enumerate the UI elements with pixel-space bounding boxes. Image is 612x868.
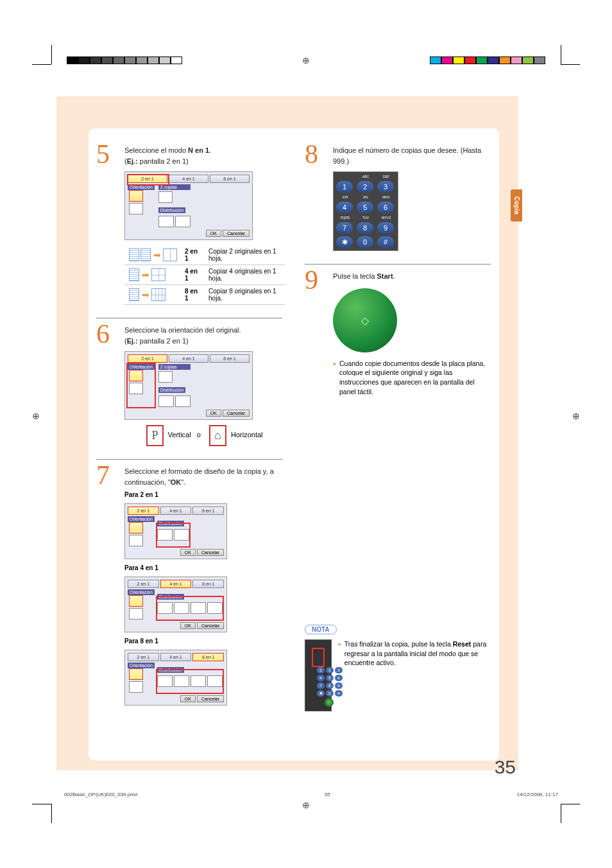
mode-button-4en1[interactable]: 4 en 1 (169, 354, 208, 363)
text-bold: OK (171, 478, 182, 486)
keypad-key[interactable]: 2 (357, 181, 373, 193)
keypad-key[interactable]: ✱ (336, 236, 353, 248)
keypad-key[interactable]: 7 (336, 222, 353, 234)
step-7: 7 Seleccione el formato de diseño de la … (96, 466, 282, 706)
keypad-key[interactable]: 6 (377, 202, 394, 213)
text-bold: Reset (453, 640, 472, 648)
cancel-button[interactable]: Cancelar (197, 695, 224, 702)
orientation-legend: P Vertical o ⌂ Horizontal (124, 425, 282, 446)
orientation-portrait-button[interactable] (129, 595, 143, 607)
distribution-button[interactable] (175, 216, 191, 227)
text: . (393, 272, 395, 280)
sub-heading: Para 8 en 1 (124, 638, 282, 645)
orientation-portrait-button[interactable] (129, 522, 143, 534)
orientation-portrait-button[interactable] (129, 668, 143, 680)
table-row: ➡ 8 en 1 Copiar 8 originales en 1 hoja. (124, 285, 285, 305)
highlight-box (156, 596, 224, 621)
section-tab: Copia (511, 189, 522, 221)
keypad-key[interactable]: 5 (357, 202, 373, 213)
text: Horizontal (231, 431, 263, 438)
text-bold: Start (377, 272, 393, 280)
mode-button-4en1[interactable]: 4 en 1 (160, 653, 192, 661)
mode-button-4en1[interactable]: 4 en 1 (160, 507, 192, 515)
ok-button[interactable]: OK (206, 410, 221, 417)
sub-heading: Para 2 en 1 (124, 491, 282, 498)
mode-button-8en1[interactable]: 8 en 1 (192, 580, 224, 588)
arrow-right-icon: ➡ (142, 270, 149, 280)
text-bold: Ej.: (127, 337, 138, 345)
copies-button[interactable] (158, 371, 173, 383)
text-bold: Ej.: (127, 157, 138, 165)
step-number: 8 (305, 139, 318, 169)
divider (96, 459, 282, 460)
touchscreen-screenshot: 2 en 1 4 en 1 8 en 1 Orientación 2 copia… (124, 351, 253, 420)
highlight-box (127, 174, 169, 186)
cancel-button[interactable]: Cancelar (223, 230, 250, 237)
text: o (197, 431, 201, 438)
distribution-label: Distribución (158, 387, 186, 393)
orientation-label: Orientación (128, 663, 155, 668)
orientation-portrait-button[interactable] (129, 190, 143, 202)
touchscreen-screenshot: 2 en 1 4 en 1 8 en 1 Orientación Distrib… (124, 650, 227, 706)
keypad-key[interactable]: # (377, 236, 394, 248)
ok-button[interactable]: OK (206, 230, 221, 237)
ok-button[interactable]: OK (180, 549, 196, 556)
mode-button-8en1[interactable]: 8 en 1 (210, 175, 250, 183)
mode-button-2en1[interactable]: 2 en 1 (128, 653, 159, 661)
orientation-landscape-button[interactable] (129, 535, 143, 546)
keypad-key[interactable]: 3 (377, 181, 394, 193)
mode-button-2en1[interactable]: 2 en 1 (128, 507, 159, 515)
divider (305, 264, 491, 265)
text: Tras finalizar la copia, pulse la tecla (344, 640, 453, 648)
step-text: Seleccione el modo N en 1. (Ej.: pantall… (124, 145, 282, 166)
mode-button-4en1[interactable]: 4 en 1 (169, 175, 208, 183)
mode-button-8en1[interactable]: 8 en 1 (210, 354, 250, 363)
mode-desc: Copiar 2 originales en 1 hoja. (205, 245, 285, 265)
mode-button-8en1[interactable]: 8 en 1 (192, 653, 224, 661)
keypad-key[interactable]: 1 (336, 181, 353, 193)
keypad-key[interactable]: 0 (357, 236, 373, 248)
ok-button[interactable]: OK (180, 695, 196, 702)
table-row: ➡ 2 en 1 Copiar 2 originales en 1 hoja. (124, 245, 285, 265)
step-text: Pulse la tecla Start. (333, 271, 491, 282)
text-bold: N en 1 (188, 146, 209, 154)
copies-button[interactable] (158, 191, 173, 203)
highlight-box (126, 363, 156, 408)
cancel-button[interactable]: Cancelar (197, 549, 224, 556)
mode-name: 2 en 1 (185, 248, 198, 262)
text: Seleccione el modo (124, 146, 188, 154)
portrait-icon: P (146, 425, 163, 446)
orientation-landscape-button[interactable] (129, 203, 143, 214)
keypad-key[interactable]: 8 (357, 222, 373, 234)
orientation-label: Orientación (128, 516, 155, 522)
footer-file: 002Basic_OP(UK)020_039.pmd (64, 792, 137, 797)
crop-mark (32, 797, 58, 823)
note-bullet: Cuando copie documentos desde la placa p… (333, 359, 491, 397)
ok-button[interactable]: OK (180, 622, 196, 629)
step-number: 9 (305, 265, 318, 295)
mode-button-4en1[interactable]: 4 en 1 (160, 580, 192, 588)
highlight-box (156, 523, 191, 548)
crop-mark (554, 797, 580, 823)
keypad-key[interactable]: 4 (336, 202, 353, 213)
mode-button-2en1[interactable]: 2 en 1 (128, 354, 167, 363)
touchscreen-screenshot: 2 en 1 4 en 1 8 en 1 Orientación Distrib… (124, 577, 227, 632)
orientation-landscape-button[interactable] (129, 681, 143, 693)
step-9: 9 Pulse la tecla Start. Cuando copie doc… (305, 271, 491, 396)
mode-button-2en1[interactable]: 2 en 1 (128, 580, 159, 588)
numeric-keypad: ABCDEF123GHIJKLMNO456PQRSTUVWXYZ789✱0# (333, 171, 398, 251)
orientation-landscape-button[interactable] (129, 608, 143, 620)
distribution-button[interactable] (158, 395, 174, 407)
distribution-button[interactable] (175, 395, 191, 407)
cancel-button[interactable]: Cancelar (197, 622, 224, 629)
footer-page: 35 (324, 792, 330, 797)
distribution-button[interactable] (158, 216, 174, 227)
keypad-key[interactable]: 9 (377, 222, 394, 234)
table-row: ➡ 4 en 1 Copiar 4 originales en 1 hoja. (124, 265, 285, 285)
mode-button-8en1[interactable]: 8 en 1 (192, 507, 224, 515)
cancel-button[interactable]: Cancelar (223, 410, 250, 417)
color-bar (430, 56, 545, 64)
registration-mark-icon: ⊕ (572, 411, 580, 421)
text: ". (181, 478, 185, 486)
registration-mark-icon: ⊕ (302, 800, 310, 810)
